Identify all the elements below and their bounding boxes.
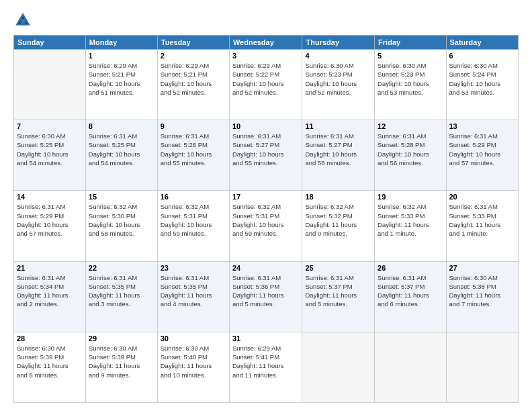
page: SundayMondayTuesdayWednesdayThursdayFrid… [0,0,532,411]
calendar-week-row: 21Sunrise: 6:31 AMSunset: 5:34 PMDayligh… [14,261,519,332]
calendar-week-row: 1Sunrise: 6:29 AMSunset: 5:21 PMDaylight… [14,50,519,120]
day-number: 11 [305,122,371,130]
day-info: Sunrise: 6:32 AMSunset: 5:33 PMDaylight:… [378,202,443,238]
day-number: 23 [161,264,226,272]
calendar-cell: 21Sunrise: 6:31 AMSunset: 5:34 PMDayligh… [14,261,86,332]
day-info: Sunrise: 6:31 AMSunset: 5:36 PMDaylight:… [232,273,300,309]
day-info: Sunrise: 6:30 AMSunset: 5:24 PMDaylight:… [449,61,516,97]
day-number: 1 [89,52,154,60]
day-number: 24 [232,264,300,272]
day-info: Sunrise: 6:31 AMSunset: 5:37 PMDaylight:… [378,273,443,309]
calendar-cell: 3Sunrise: 6:29 AMSunset: 5:22 PMDaylight… [229,50,302,120]
day-info: Sunrise: 6:31 AMSunset: 5:27 PMDaylight:… [305,132,371,167]
day-number: 3 [232,52,300,60]
calendar-cell: 9Sunrise: 6:31 AMSunset: 5:26 PMDaylight… [157,120,229,191]
calendar-cell: 19Sunrise: 6:32 AMSunset: 5:33 PMDayligh… [375,191,446,261]
day-number: 29 [89,334,154,342]
col-header-wednesday: Wednesday [229,36,302,50]
day-number: 13 [449,122,516,130]
day-info: Sunrise: 6:31 AMSunset: 5:33 PMDaylight:… [449,202,516,238]
calendar-week-row: 28Sunrise: 6:30 AMSunset: 5:39 PMDayligh… [14,332,519,402]
calendar-cell: 14Sunrise: 6:31 AMSunset: 5:29 PMDayligh… [14,191,86,261]
day-number: 25 [305,264,371,272]
calendar-cell: 13Sunrise: 6:31 AMSunset: 5:29 PMDayligh… [446,120,519,191]
calendar-cell: 7Sunrise: 6:30 AMSunset: 5:25 PMDaylight… [14,120,86,191]
day-number: 5 [378,52,443,60]
day-number: 26 [378,264,443,272]
day-number: 22 [89,264,154,272]
day-info: Sunrise: 6:32 AMSunset: 5:30 PMDaylight:… [89,202,154,238]
day-number: 19 [378,193,443,201]
calendar-cell: 30Sunrise: 6:30 AMSunset: 5:40 PMDayligh… [157,332,229,402]
calendar-cell: 31Sunrise: 6:29 AMSunset: 5:41 PMDayligh… [229,332,302,402]
calendar-cell [302,332,375,402]
day-info: Sunrise: 6:29 AMSunset: 5:21 PMDaylight:… [161,61,226,97]
logo [13,11,35,30]
calendar-cell: 4Sunrise: 6:30 AMSunset: 5:23 PMDaylight… [302,50,375,120]
calendar-cell: 25Sunrise: 6:31 AMSunset: 5:37 PMDayligh… [302,261,375,332]
calendar-cell [446,332,519,402]
day-number: 20 [449,193,516,201]
calendar-week-row: 14Sunrise: 6:31 AMSunset: 5:29 PMDayligh… [14,191,519,261]
calendar-cell [375,332,446,402]
col-header-sunday: Sunday [14,36,86,50]
day-number: 17 [232,193,300,201]
day-number: 15 [89,193,154,201]
day-info: Sunrise: 6:31 AMSunset: 5:28 PMDaylight:… [378,132,443,167]
day-info: Sunrise: 6:30 AMSunset: 5:25 PMDaylight:… [17,132,83,167]
calendar-cell: 8Sunrise: 6:31 AMSunset: 5:25 PMDaylight… [85,120,157,191]
calendar-cell: 18Sunrise: 6:32 AMSunset: 5:32 PMDayligh… [302,191,375,261]
calendar-cell: 10Sunrise: 6:31 AMSunset: 5:27 PMDayligh… [229,120,302,191]
day-info: Sunrise: 6:32 AMSunset: 5:32 PMDaylight:… [305,202,371,238]
day-info: Sunrise: 6:31 AMSunset: 5:27 PMDaylight:… [232,132,300,167]
logo-icon [13,11,32,30]
col-header-saturday: Saturday [446,36,519,50]
day-info: Sunrise: 6:30 AMSunset: 5:38 PMDaylight:… [449,273,516,309]
header [13,11,519,30]
calendar-cell: 28Sunrise: 6:30 AMSunset: 5:39 PMDayligh… [14,332,86,402]
day-number: 31 [232,334,300,342]
calendar-cell: 27Sunrise: 6:30 AMSunset: 5:38 PMDayligh… [446,261,519,332]
day-number: 9 [161,122,226,130]
day-info: Sunrise: 6:32 AMSunset: 5:31 PMDaylight:… [232,202,300,238]
calendar-cell: 2Sunrise: 6:29 AMSunset: 5:21 PMDaylight… [157,50,229,120]
day-number: 28 [17,334,83,342]
day-info: Sunrise: 6:29 AMSunset: 5:21 PMDaylight:… [89,61,154,97]
calendar-cell [14,50,86,120]
calendar-cell: 12Sunrise: 6:31 AMSunset: 5:28 PMDayligh… [375,120,446,191]
day-info: Sunrise: 6:32 AMSunset: 5:31 PMDaylight:… [161,202,226,238]
calendar-cell: 15Sunrise: 6:32 AMSunset: 5:30 PMDayligh… [85,191,157,261]
day-number: 27 [449,264,516,272]
calendar-cell: 17Sunrise: 6:32 AMSunset: 5:31 PMDayligh… [229,191,302,261]
col-header-friday: Friday [375,36,446,50]
day-info: Sunrise: 6:31 AMSunset: 5:35 PMDaylight:… [89,273,154,309]
calendar-week-row: 7Sunrise: 6:30 AMSunset: 5:25 PMDaylight… [14,120,519,191]
day-number: 30 [161,334,226,342]
day-number: 7 [17,122,83,130]
calendar-cell: 26Sunrise: 6:31 AMSunset: 5:37 PMDayligh… [375,261,446,332]
day-info: Sunrise: 6:31 AMSunset: 5:29 PMDaylight:… [17,202,83,238]
day-number: 18 [305,193,371,201]
day-info: Sunrise: 6:29 AMSunset: 5:41 PMDaylight:… [232,344,300,379]
calendar-cell: 23Sunrise: 6:31 AMSunset: 5:35 PMDayligh… [157,261,229,332]
col-header-thursday: Thursday [302,36,375,50]
day-number: 14 [17,193,83,201]
calendar-cell: 11Sunrise: 6:31 AMSunset: 5:27 PMDayligh… [302,120,375,191]
day-info: Sunrise: 6:31 AMSunset: 5:35 PMDaylight:… [161,273,226,309]
day-number: 12 [378,122,443,130]
calendar-cell: 20Sunrise: 6:31 AMSunset: 5:33 PMDayligh… [446,191,519,261]
svg-rect-2 [21,19,25,25]
day-info: Sunrise: 6:30 AMSunset: 5:39 PMDaylight:… [89,344,154,379]
day-number: 8 [89,122,154,130]
day-info: Sunrise: 6:30 AMSunset: 5:23 PMDaylight:… [378,61,443,97]
calendar-cell: 24Sunrise: 6:31 AMSunset: 5:36 PMDayligh… [229,261,302,332]
calendar-header-row: SundayMondayTuesdayWednesdayThursdayFrid… [14,36,519,50]
calendar-cell: 22Sunrise: 6:31 AMSunset: 5:35 PMDayligh… [85,261,157,332]
day-number: 6 [449,52,516,60]
calendar-table: SundayMondayTuesdayWednesdayThursdayFrid… [13,35,519,403]
day-info: Sunrise: 6:31 AMSunset: 5:34 PMDaylight:… [17,273,83,309]
col-header-monday: Monday [85,36,157,50]
day-info: Sunrise: 6:31 AMSunset: 5:29 PMDaylight:… [449,132,516,167]
col-header-tuesday: Tuesday [157,36,229,50]
day-info: Sunrise: 6:29 AMSunset: 5:22 PMDaylight:… [232,61,300,97]
